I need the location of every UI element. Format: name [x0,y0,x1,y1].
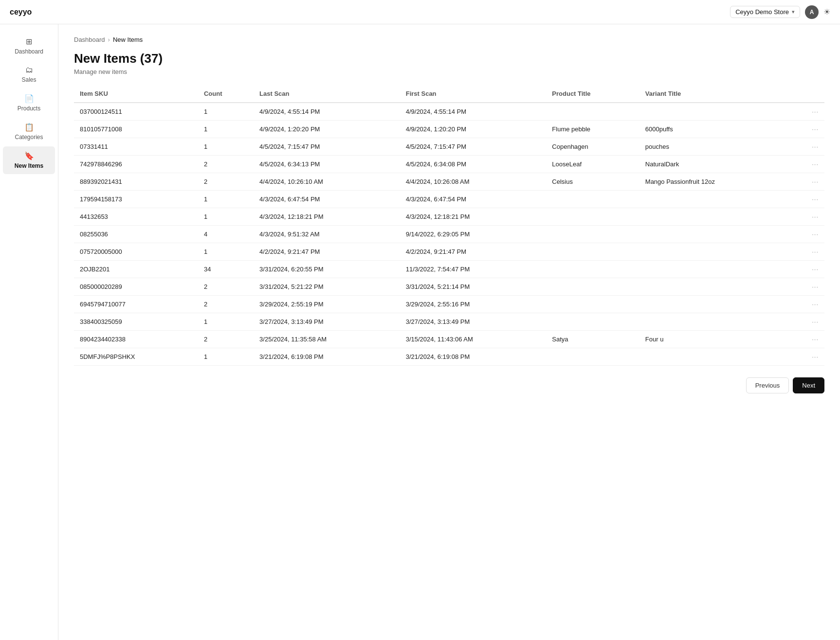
next-button[interactable]: Next [793,377,824,393]
cell-sku: 179594158173 [74,191,198,208]
table-row: 338400325059 1 3/27/2024, 3:13:49 PM 3/2… [74,313,824,331]
avatar-button[interactable]: A [805,5,819,19]
items-table-container: Item SKU Count Last Scan First Scan Prod… [74,85,824,366]
col-header-first-scan: First Scan [400,85,547,103]
cell-sku: 037000124511 [74,103,198,121]
row-actions-button[interactable]: ··· [790,156,824,173]
col-header-count: Count [198,85,254,103]
cell-sku: 2OJB2201 [74,261,198,278]
cell-variant-title: Four u [639,331,790,348]
row-actions-button[interactable]: ··· [790,173,824,191]
cell-sku: 742978846296 [74,156,198,173]
cell-last-scan: 4/9/2024, 4:55:14 PM [254,103,400,121]
page-header: New Items (37) Manage new items [74,51,824,75]
cell-last-scan: 4/2/2024, 9:21:47 PM [254,243,400,261]
cell-last-scan: 3/27/2024, 3:13:49 PM [254,313,400,331]
cell-variant-title [639,278,790,296]
cell-product-title: Flume pebble [546,121,639,138]
cell-variant-title [639,226,790,243]
cell-variant-title: NaturalDark [639,156,790,173]
cell-product-title: Satya [546,331,639,348]
row-actions-button[interactable]: ··· [790,138,824,156]
row-actions-button[interactable]: ··· [790,348,824,366]
col-header-actions [790,85,824,103]
row-actions-button[interactable]: ··· [790,313,824,331]
cell-count: 34 [198,261,254,278]
sidebar: ⊞ Dashboard 🗂 Sales 📄 Products 📋 Categor… [0,24,58,640]
cell-first-scan: 4/3/2024, 12:18:21 PM [400,208,547,226]
cell-sku: 08255036 [74,226,198,243]
row-actions-button[interactable]: ··· [790,261,824,278]
page-subtitle: Manage new items [74,68,824,75]
cell-count: 1 [198,208,254,226]
cell-last-scan: 4/9/2024, 1:20:20 PM [254,121,400,138]
cell-sku: 6945794710077 [74,296,198,313]
sidebar-item-label: New Items [15,162,43,169]
table-row: 075720005000 1 4/2/2024, 9:21:47 PM 4/2/… [74,243,824,261]
cell-first-scan: 3/29/2024, 2:55:16 PM [400,296,547,313]
cell-first-scan: 3/15/2024, 11:43:06 AM [400,331,547,348]
cell-last-scan: 3/21/2024, 6:19:08 PM [254,348,400,366]
table-row: 037000124511 1 4/9/2024, 4:55:14 PM 4/9/… [74,103,824,121]
chevron-down-icon: ▾ [792,9,795,15]
products-icon: 📄 [24,94,34,103]
sidebar-item-label: Categories [15,134,43,141]
col-header-last-scan: Last Scan [254,85,400,103]
main-content: Dashboard › New Items New Items (37) Man… [58,24,840,640]
sidebar-item-label: Products [18,105,40,112]
row-actions-button[interactable]: ··· [790,278,824,296]
cell-last-scan: 4/4/2024, 10:26:10 AM [254,173,400,191]
cell-product-title [546,208,639,226]
cell-variant-title: Mango Passionfruit 12oz [639,173,790,191]
previous-button[interactable]: Previous [746,377,789,393]
breadcrumb-separator: › [108,36,110,43]
cell-first-scan: 4/2/2024, 9:21:47 PM [400,243,547,261]
cell-product-title: Copenhagen [546,138,639,156]
cell-sku: 889392021431 [74,173,198,191]
breadcrumb-parent[interactable]: Dashboard [74,36,105,43]
cell-variant-title [639,348,790,366]
cell-count: 4 [198,226,254,243]
cell-product-title [546,348,639,366]
cell-product-title [546,243,639,261]
new-items-icon: 🔖 [24,151,34,160]
cell-product-title [546,191,639,208]
cell-variant-title [639,103,790,121]
sidebar-item-sales[interactable]: 🗂 Sales [3,61,55,88]
table-row: 179594158173 1 4/3/2024, 6:47:54 PM 4/3/… [74,191,824,208]
cell-count: 2 [198,278,254,296]
cell-product-title: LooseLeaf [546,156,639,173]
cell-sku: 5DMFJ%P8PSHKX [74,348,198,366]
cell-first-scan: 9/14/2022, 6:29:05 PM [400,226,547,243]
app-body: ⊞ Dashboard 🗂 Sales 📄 Products 📋 Categor… [0,24,840,640]
row-actions-button[interactable]: ··· [790,226,824,243]
store-selector[interactable]: Ceyyo Demo Store ▾ [730,6,800,18]
cell-variant-title [639,296,790,313]
sidebar-item-products[interactable]: 📄 Products [3,89,55,117]
row-actions-button[interactable]: ··· [790,331,824,348]
col-header-variant-title: Variant Title [639,85,790,103]
cell-product-title [546,278,639,296]
row-actions-button[interactable]: ··· [790,243,824,261]
cell-count: 1 [198,313,254,331]
row-actions-button[interactable]: ··· [790,296,824,313]
cell-last-scan: 3/25/2024, 11:35:58 AM [254,331,400,348]
app-logo: ceyyo [10,8,32,17]
cell-sku: 085000020289 [74,278,198,296]
sidebar-item-label: Sales [21,76,36,83]
sidebar-item-dashboard[interactable]: ⊞ Dashboard [3,32,55,60]
row-actions-button[interactable]: ··· [790,121,824,138]
sidebar-item-new-items[interactable]: 🔖 New Items [3,146,55,174]
store-name: Ceyyo Demo Store [735,8,789,16]
cell-product-title [546,296,639,313]
cell-sku: 8904234402338 [74,331,198,348]
row-actions-button[interactable]: ··· [790,103,824,121]
sidebar-item-categories[interactable]: 📋 Categories [3,118,55,145]
row-actions-button[interactable]: ··· [790,191,824,208]
theme-toggle-button[interactable]: ☀ [823,7,830,17]
row-actions-button[interactable]: ··· [790,208,824,226]
cell-last-scan: 4/3/2024, 6:47:54 PM [254,191,400,208]
pagination: Previous Next [74,377,824,393]
cell-variant-title [639,191,790,208]
cell-count: 1 [198,121,254,138]
